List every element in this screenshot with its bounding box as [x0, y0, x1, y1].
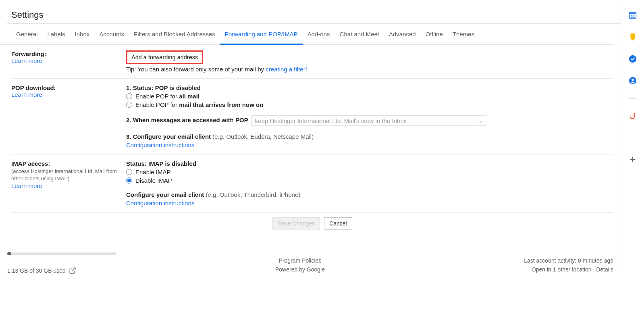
svg-rect-3 — [632, 40, 634, 41]
forwarding-tip: Tip: You can also forward only some of y… — [126, 66, 613, 73]
pop-enable-new-radio[interactable] — [126, 102, 132, 108]
program-policies-link[interactable]: Program Policies — [279, 257, 322, 264]
account-activity-text: Last account activity: 0 minutes ago — [524, 256, 613, 265]
storage-text: 1.13 GB of 30 GB used — [7, 267, 66, 274]
highlight-box: Add a forwarding address — [126, 50, 203, 64]
pop-enable-all-label: Enable POP for all mail — [135, 93, 199, 100]
add-addon-button[interactable]: + — [629, 154, 635, 165]
calendar-icon[interactable]: 31 — [628, 10, 638, 20]
scroll-thumb[interactable] — [7, 252, 11, 255]
tasks-icon[interactable] — [628, 54, 638, 64]
side-separator — [628, 98, 637, 99]
keep-icon[interactable] — [628, 32, 638, 42]
footer: 1.13 GB of 30 GB used Program Policies P… — [0, 255, 621, 274]
phishing-icon[interactable] — [628, 112, 638, 121]
side-panel: 31 + — [621, 0, 644, 274]
svg-point-7 — [634, 113, 635, 114]
pop-enable-all-radio[interactable] — [126, 93, 132, 99]
imap-status: Status: IMAP is disabled — [126, 160, 613, 167]
imap-disable-label: Disable IMAP — [135, 177, 172, 184]
imap-disable-option[interactable]: Disable IMAP — [126, 177, 613, 184]
imap-disable-radio[interactable] — [126, 177, 132, 184]
open-location-text: Open in 1 other location · — [532, 266, 596, 273]
tab-inbox[interactable]: Inbox — [70, 24, 95, 44]
pop-label: POP download: — [11, 84, 126, 91]
tab-addons[interactable]: Add-ons — [303, 24, 335, 44]
horizontal-scrollbar[interactable] — [7, 252, 621, 255]
actions-row: Save Changes Cancel — [11, 213, 613, 235]
chevron-down-icon: ⌄ — [478, 117, 484, 124]
cancel-button[interactable]: Cancel — [324, 217, 352, 230]
scroll-track[interactable] — [11, 252, 116, 255]
page-title: Settings — [0, 0, 621, 23]
pop-action-select[interactable]: keep Hostinger International Ltd. Mail's… — [251, 115, 487, 126]
contacts-icon[interactable] — [628, 76, 638, 86]
imap-enable-radio[interactable] — [126, 169, 132, 175]
pop-enable-new-option[interactable]: Enable POP for mail that arrives from no… — [126, 101, 613, 108]
imap-enable-option[interactable]: Enable IMAP — [126, 169, 613, 175]
tab-filters[interactable]: Filters and Blocked Addresses — [129, 24, 220, 44]
imap-label: IMAP access: — [11, 160, 126, 167]
save-changes-button: Save Changes — [272, 217, 320, 230]
pop-status: 1. Status: POP is disabled — [126, 84, 613, 91]
imap-sublabel: (access Hostinger International Ltd. Mai… — [11, 168, 126, 182]
tab-offline[interactable]: Offline — [421, 24, 448, 44]
pop-config-instructions-link[interactable]: Configuration instructions — [126, 142, 194, 148]
tab-general[interactable]: General — [11, 24, 42, 44]
details-link[interactable]: Details — [596, 266, 613, 273]
tab-chat-meet[interactable]: Chat and Meet — [335, 24, 384, 44]
svg-text:31: 31 — [630, 15, 634, 19]
svg-rect-1 — [629, 13, 636, 15]
imap-config-instructions-link[interactable]: Configuration instructions — [126, 200, 194, 207]
svg-point-6 — [632, 79, 634, 81]
imap-section: IMAP access: (access Hostinger Internati… — [11, 154, 613, 213]
pop-section: POP download: Learn more 1. Status: POP … — [11, 79, 613, 154]
imap-enable-label: Enable IMAP — [135, 169, 171, 175]
settings-tabs: General Labels Inbox Accounts Filters an… — [0, 24, 613, 45]
tab-advanced[interactable]: Advanced — [384, 24, 421, 44]
add-forwarding-address-button[interactable]: Add a forwarding address — [127, 52, 202, 63]
forwarding-section: Forwarding: Learn more Add a forwarding … — [11, 45, 613, 79]
pop-action-select-value: keep Hostinger International Ltd. Mail's… — [255, 117, 407, 124]
pop-step3: 3. Configure your email client (e.g. Out… — [126, 133, 613, 140]
tab-forwarding-pop-imap[interactable]: Forwarding and POP/IMAP — [220, 24, 303, 45]
tab-themes[interactable]: Themes — [448, 24, 479, 44]
powered-by-text: Powered by Google — [275, 265, 325, 274]
forwarding-learn-more-link[interactable]: Learn more — [11, 57, 42, 64]
pop-learn-more-link[interactable]: Learn more — [11, 91, 42, 98]
imap-learn-more-link[interactable]: Learn more — [11, 182, 42, 189]
pop-enable-all-option[interactable]: Enable POP for all mail — [126, 93, 613, 100]
pop-enable-new-label: Enable POP for mail that arrives from no… — [135, 101, 263, 108]
create-filter-link[interactable]: creating a filter! — [266, 66, 307, 73]
tab-labels[interactable]: Labels — [42, 24, 70, 44]
forwarding-label: Forwarding: — [11, 50, 126, 57]
imap-configure: Configure your email client (e.g. Outloo… — [126, 191, 613, 198]
external-link-icon[interactable] — [69, 267, 76, 274]
pop-step2: 2. When messages are accessed with POP k… — [126, 115, 613, 126]
tab-accounts[interactable]: Accounts — [94, 24, 129, 44]
tip-text: Tip: You can also forward only some of y… — [126, 66, 266, 73]
